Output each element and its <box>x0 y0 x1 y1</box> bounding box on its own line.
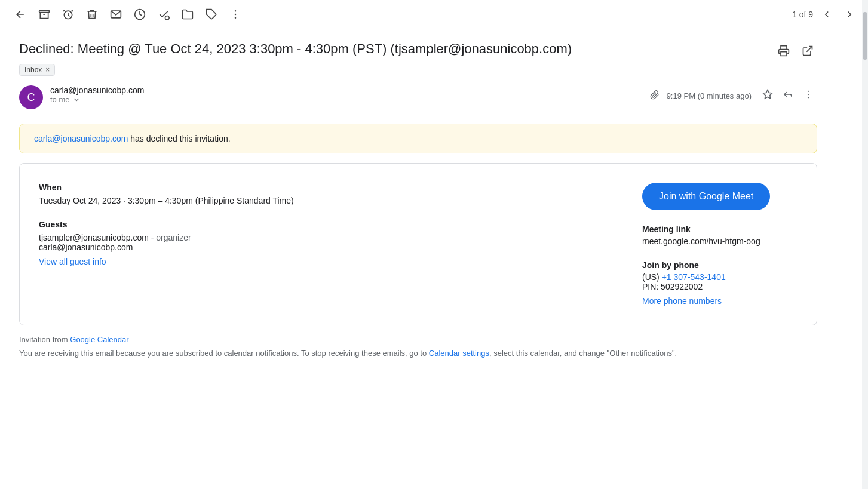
inbox-badge[interactable]: Inbox × <box>19 64 55 76</box>
svg-rect-9 <box>781 52 787 56</box>
subject-row: Declined: Meeting @ Tue Oct 24, 2023 3:3… <box>19 41 817 76</box>
phone-number-link[interactable]: +1 307-543-1401 <box>662 272 726 282</box>
when-value: Tuesday Oct 24, 2023 · 3:30pm – 4:30pm (… <box>39 196 614 205</box>
clock-button[interactable] <box>57 5 79 24</box>
guest1-role: - organizer <box>149 233 191 242</box>
archive-button[interactable] <box>33 5 55 24</box>
view-guest-link[interactable]: View all guest info <box>39 257 106 266</box>
notification-banner: carla@jonasunicobp.com has declined this… <box>19 124 817 153</box>
sender-row: C carla@jonasunicobp.com to me 9:19 PM (… <box>19 85 817 109</box>
footer-invitation-prefix: Invitation from <box>19 335 70 344</box>
email-footer: You are receiving this email because you… <box>19 349 817 358</box>
meeting-details: When Tuesday Oct 24, 2023 · 3:30pm – 4:3… <box>39 183 614 306</box>
meeting-right: Join with Google Meet Meeting link meet.… <box>642 183 798 306</box>
sender-to[interactable]: to me <box>50 95 643 104</box>
meeting-link-section: Meeting link meet.google.com/hvu-htgm-oo… <box>642 224 798 246</box>
toolbar: 1 of 9 <box>0 0 868 29</box>
guest2-row: carla@jonasunicobp.com <box>39 242 614 252</box>
sender-time: 9:19 PM (0 minutes ago) <box>667 91 752 100</box>
svg-marker-11 <box>763 90 772 99</box>
guest1-row: tjsampler@jonasunicobp.com - organizer <box>39 233 614 242</box>
prev-email-button[interactable] <box>818 5 836 23</box>
svg-rect-0 <box>39 10 50 12</box>
print-button[interactable] <box>774 41 793 63</box>
meeting-link-label: Meeting link <box>642 224 798 234</box>
sender-actions <box>759 85 817 106</box>
sender-name: carla@jonasunicobp.com <box>50 85 643 95</box>
avatar: C <box>19 85 43 109</box>
guest1-email: tjsampler@jonasunicobp.com <box>39 233 149 242</box>
join-meet-button[interactable]: Join with Google Meet <box>642 183 770 210</box>
subject-actions <box>774 41 817 63</box>
phone-number-row: (US) +1 307-543-1401 <box>642 272 798 282</box>
open-in-new-button[interactable] <box>798 41 817 63</box>
phone-section: Join by phone (US) +1 307-543-1401 PIN: … <box>642 260 798 306</box>
mark-done-button[interactable] <box>153 5 174 24</box>
more-actions-button[interactable] <box>799 85 817 106</box>
svg-point-7 <box>235 14 237 16</box>
sender-meta: 9:19 PM (0 minutes ago) <box>650 85 817 106</box>
svg-point-13 <box>808 94 809 95</box>
email-container: Declined: Meeting @ Tue Oct 24, 2023 3:3… <box>0 29 836 370</box>
meeting-card: When Tuesday Oct 24, 2023 · 3:30pm – 4:3… <box>19 163 817 325</box>
footer-invitation: Invitation from Google Calendar <box>19 335 817 344</box>
guests-label: Guests <box>39 220 614 229</box>
clip-icon <box>650 90 660 102</box>
svg-point-14 <box>808 97 809 98</box>
inbox-badge-close[interactable]: × <box>45 66 50 74</box>
scrollbar-thumb[interactable] <box>863 12 867 60</box>
move-to-button[interactable] <box>177 5 198 24</box>
sender-info: carla@jonasunicobp.com to me <box>50 85 643 104</box>
scrollbar[interactable] <box>862 0 868 370</box>
svg-point-6 <box>235 10 237 12</box>
snooze-button[interactable] <box>129 5 151 24</box>
meeting-link-url: meet.google.com/hvu-htgm-oog <box>642 236 798 246</box>
notification-message: has declined this invitation. <box>128 134 230 143</box>
more-button[interactable] <box>225 5 246 24</box>
pagination-info: 1 of 9 <box>792 5 858 23</box>
svg-point-4 <box>165 16 170 20</box>
unsubscribe-text: You are receiving this email because you… <box>19 349 429 358</box>
trash-button[interactable] <box>81 5 103 24</box>
join-btn-container: Join with Google Meet <box>642 183 798 210</box>
star-button[interactable] <box>759 85 777 106</box>
svg-point-8 <box>235 17 237 19</box>
svg-line-10 <box>806 47 812 52</box>
inbox-label: Inbox <box>24 66 42 74</box>
join-phone-label: Join by phone <box>642 260 798 270</box>
phone-pin: PIN: 502922002 <box>642 282 798 291</box>
reply-button[interactable] <box>779 85 797 106</box>
when-label: When <box>39 183 614 192</box>
more-phones-link[interactable]: More phone numbers <box>642 296 722 306</box>
when-section: When Tuesday Oct 24, 2023 · 3:30pm – 4:3… <box>39 183 614 205</box>
phone-country: (US) <box>642 272 662 282</box>
back-button[interactable] <box>10 5 31 24</box>
mark-unread-button[interactable] <box>105 5 127 24</box>
unsubscribe-suffix: , select this calendar, and change "Othe… <box>489 349 677 358</box>
email-subject: Declined: Meeting @ Tue Oct 24, 2023 3:3… <box>19 41 572 56</box>
label-button[interactable] <box>201 5 222 24</box>
next-email-button[interactable] <box>841 5 858 23</box>
google-calendar-link[interactable]: Google Calendar <box>70 335 128 344</box>
svg-point-12 <box>808 91 809 92</box>
guests-section: Guests tjsampler@jonasunicobp.com - orga… <box>39 220 614 266</box>
calendar-settings-link[interactable]: Calendar settings <box>429 349 489 358</box>
notification-email-link[interactable]: carla@jonasunicobp.com <box>34 134 128 143</box>
guest2-email: carla@jonasunicobp.com <box>39 242 133 252</box>
